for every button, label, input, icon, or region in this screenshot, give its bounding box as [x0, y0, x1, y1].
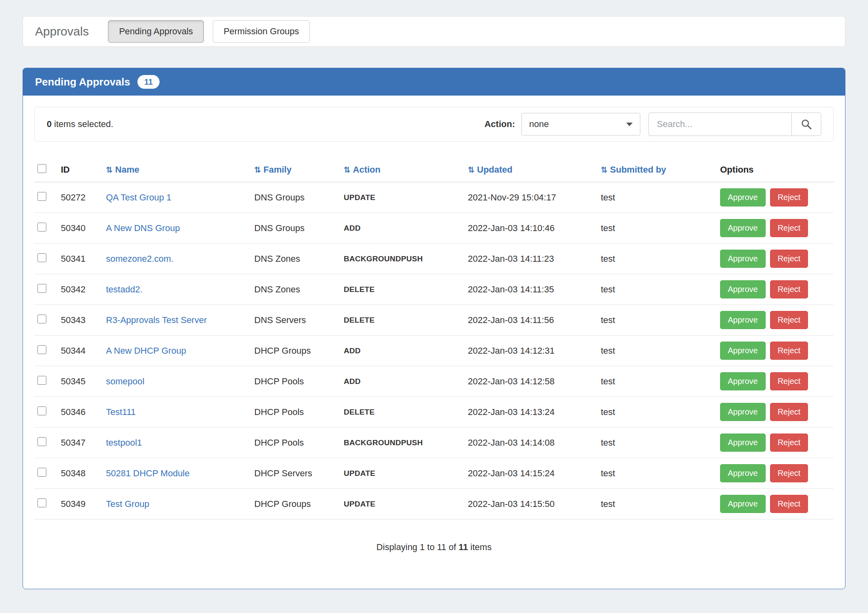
toolbar-right: Action: none [484, 113, 821, 136]
approve-button[interactable]: Approve [720, 495, 766, 513]
cell-options: Approve Reject [717, 366, 834, 397]
item-name-link[interactable]: Test111 [106, 407, 136, 417]
row-checkbox[interactable] [37, 437, 46, 446]
row-checkbox[interactable] [37, 192, 46, 201]
cell-id: 50347 [58, 427, 103, 458]
approve-button[interactable]: Approve [720, 403, 766, 421]
cell-family: DHCP Servers [251, 458, 341, 489]
table-row: 50340 A New DNS Group DNS Groups ADD 202… [34, 213, 834, 244]
approve-button[interactable]: Approve [720, 372, 766, 390]
cell-id: 50348 [58, 458, 103, 489]
row-checkbox[interactable] [37, 223, 46, 231]
item-name-link[interactable]: testadd2. [106, 284, 143, 294]
reject-button[interactable]: Reject [770, 434, 808, 452]
row-checkbox[interactable] [37, 345, 46, 354]
item-name-link[interactable]: A New DHCP Group [106, 346, 186, 356]
cell-family: DNS Zones [251, 274, 341, 305]
column-header-name[interactable]: ⇅Name [103, 158, 251, 182]
cell-family: DNS Zones [251, 244, 341, 274]
column-header-family[interactable]: ⇅Family [251, 158, 341, 182]
reject-button[interactable]: Reject [770, 250, 808, 268]
approve-button[interactable]: Approve [720, 188, 766, 206]
reject-button[interactable]: Reject [770, 280, 808, 298]
row-checkbox[interactable] [37, 253, 46, 262]
reject-button[interactable]: Reject [770, 311, 808, 329]
cell-checkbox [34, 397, 58, 427]
item-name-link[interactable]: testpool1 [106, 438, 142, 448]
column-header-submitted-by[interactable]: ⇅Submitted by [598, 158, 717, 182]
reject-button[interactable]: Reject [770, 464, 808, 482]
cell-action: UPDATE [341, 489, 465, 519]
table-row: 50343 R3-Approvals Test Server DNS Serve… [34, 305, 834, 336]
row-checkbox[interactable] [37, 376, 46, 385]
item-name-link[interactable]: A New DNS Group [106, 223, 180, 233]
item-name-link[interactable]: R3-Approvals Test Server [106, 315, 207, 325]
item-name-link[interactable]: 50281 DHCP Module [106, 468, 190, 478]
cell-submitted-by: test [598, 305, 717, 336]
row-checkbox[interactable] [37, 498, 46, 507]
cell-name: A New DHCP Group [103, 336, 251, 366]
item-name-link[interactable]: somepool [106, 376, 144, 386]
item-name-link[interactable]: QA Test Group 1 [106, 192, 171, 202]
approve-button[interactable]: Approve [720, 311, 766, 329]
table-row: 50346 Test111 DHCP Pools DELETE 2022-Jan… [34, 397, 834, 427]
approve-button[interactable]: Approve [720, 342, 766, 360]
sort-icon: ⇅ [254, 165, 261, 174]
cell-name: R3-Approvals Test Server [103, 305, 251, 336]
panel-title: Pending Approvals [35, 76, 130, 88]
cell-updated: 2022-Jan-03 14:11:23 [465, 244, 598, 274]
cell-options: Approve Reject [717, 274, 834, 305]
item-name-link[interactable]: somezone2.com. [106, 254, 174, 264]
row-checkbox[interactable] [37, 315, 46, 323]
cell-action: DELETE [341, 397, 465, 427]
cell-checkbox [34, 458, 58, 489]
cell-id: 50346 [58, 397, 103, 427]
action-select-value: none [529, 119, 549, 129]
panel-body: 0 items selected. Action: none [23, 96, 845, 589]
cell-action: UPDATE [341, 458, 465, 489]
action-select[interactable]: none [521, 113, 640, 136]
column-header-action[interactable]: ⇅Action [341, 158, 465, 182]
row-checkbox[interactable] [37, 284, 46, 293]
cell-action: DELETE [341, 305, 465, 336]
reject-button[interactable]: Reject [770, 372, 808, 390]
cell-action: ADD [341, 213, 465, 244]
cell-checkbox [34, 366, 58, 397]
table-row: 50345 somepool DHCP Pools ADD 2022-Jan-0… [34, 366, 834, 397]
cell-family: DNS Groups [251, 213, 341, 244]
approve-button[interactable]: Approve [720, 280, 766, 298]
cell-id: 50345 [58, 366, 103, 397]
cell-name: QA Test Group 1 [103, 182, 251, 213]
select-all-checkbox[interactable] [37, 164, 46, 173]
search-button[interactable] [791, 113, 821, 136]
reject-button[interactable]: Reject [770, 219, 808, 237]
table-row: 50341 somezone2.com. DNS Zones BACKGROUN… [34, 244, 834, 274]
row-checkbox[interactable] [37, 468, 46, 477]
reject-button[interactable]: Reject [770, 342, 808, 360]
table-row: 50347 testpool1 DHCP Pools BACKGROUNDPUS… [34, 427, 834, 458]
cell-checkbox [34, 305, 58, 336]
cell-family: DNS Servers [251, 305, 341, 336]
reject-button[interactable]: Reject [770, 495, 808, 513]
cell-action: DELETE [341, 274, 465, 305]
cell-id: 50343 [58, 305, 103, 336]
approve-button[interactable]: Approve [720, 464, 766, 482]
tab-permission-groups[interactable]: Permission Groups [213, 20, 310, 43]
cell-options: Approve Reject [717, 458, 834, 489]
reject-button[interactable]: Reject [770, 403, 808, 421]
cell-family: DHCP Pools [251, 366, 341, 397]
reject-button[interactable]: Reject [770, 188, 808, 206]
tab-pending-approvals[interactable]: Pending Approvals [108, 20, 204, 43]
row-checkbox[interactable] [37, 407, 46, 415]
page-title: Approvals [35, 25, 89, 38]
cell-options: Approve Reject [717, 427, 834, 458]
item-name-link[interactable]: Test Group [106, 499, 150, 509]
search-input[interactable] [648, 113, 791, 136]
approve-button[interactable]: Approve [720, 434, 766, 452]
selected-count: 0 [47, 119, 52, 129]
column-header-updated[interactable]: ⇅Updated [465, 158, 598, 182]
cell-family: DHCP Pools [251, 397, 341, 427]
approve-button[interactable]: Approve [720, 219, 766, 237]
approvals-page: Approvals Pending Approvals Permission G… [0, 0, 868, 613]
approve-button[interactable]: Approve [720, 250, 766, 268]
